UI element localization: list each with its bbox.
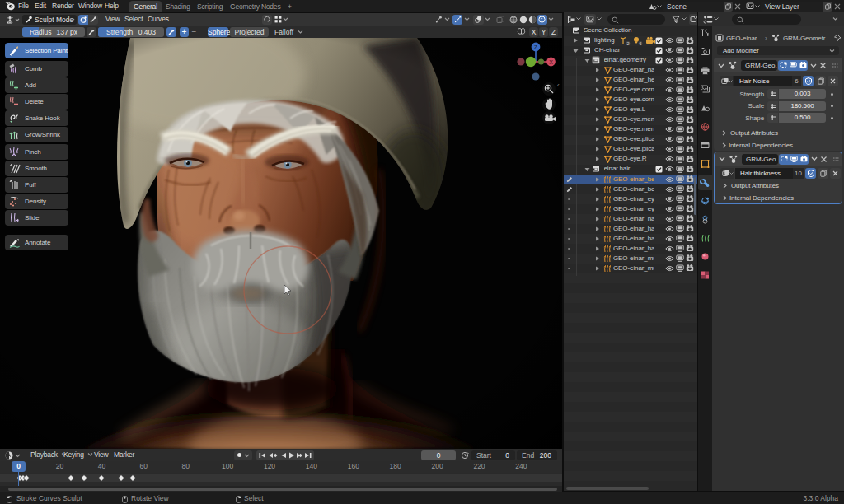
svg-text:‹: ‹	[557, 82, 560, 89]
svg-text:X: X	[549, 59, 553, 65]
svg-text:Z: Z	[534, 44, 538, 50]
